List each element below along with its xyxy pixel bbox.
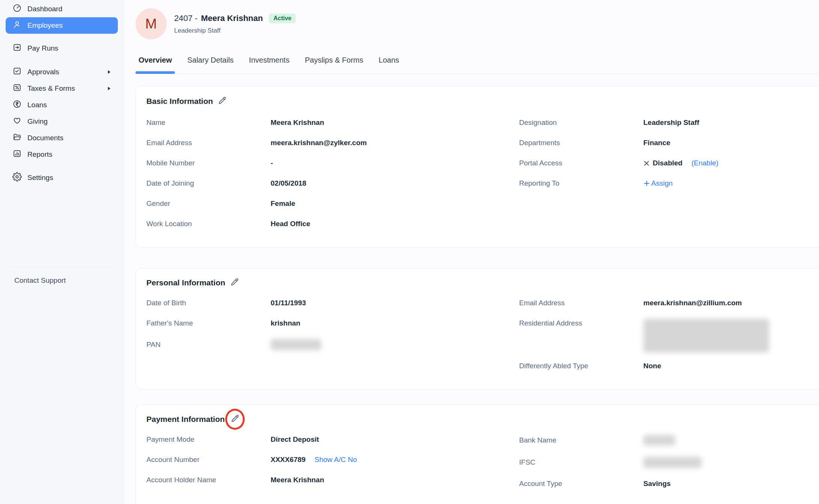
sidebar-item-reports[interactable]: Reports <box>6 146 118 163</box>
redacted-ifsc-value <box>643 457 702 468</box>
field-label: Reporting To <box>519 179 643 188</box>
sidebar-item-loans[interactable]: Loans <box>6 97 118 113</box>
active-tab-underline <box>135 71 175 74</box>
sidebar-item-approvals[interactable]: Approvals <box>6 64 118 80</box>
edit-pencil-icon <box>230 414 240 425</box>
field-value-personal-email: meera.krishnan@zillium.com <box>643 298 742 308</box>
field-label: Account Type <box>519 479 643 488</box>
card-title: Basic Information <box>146 97 213 106</box>
card-title: Personal Information <box>146 278 225 287</box>
sidebar-item-label: Approvals <box>27 68 59 76</box>
sidebar-item-label: Employees <box>27 21 63 30</box>
redacted-address-value <box>643 319 769 352</box>
chevron-right-icon <box>107 86 111 91</box>
sidebar-item-pay-runs[interactable]: Pay Runs <box>6 40 118 57</box>
field-value-email: meera.krishnan@zylker.com <box>271 138 367 147</box>
edit-pencil-icon <box>217 96 227 107</box>
settings-icon <box>12 172 22 183</box>
field-row-residential-address: Residential Address <box>519 319 819 352</box>
sidebar-item-label: Pay Runs <box>27 44 58 52</box>
field-value-departments: Finance <box>643 138 670 147</box>
payment-information-card: Payment Information Payment Mode Direct … <box>135 405 819 504</box>
sidebar-divider <box>11 266 114 267</box>
field-row-account-holder-name: Account Holder Name Meera Krishnan <box>146 476 519 484</box>
field-row-account-number: Account Number XXXX6789 Show A/C No <box>146 455 519 464</box>
sidebar-item-taxes-forms[interactable]: Taxes & Forms <box>6 80 118 97</box>
field-row-email: Email Address meera.krishnan@zylker.com <box>146 138 519 147</box>
show-account-number-link[interactable]: Show A/C No <box>315 455 357 464</box>
sidebar: Dashboard Employees Pay Runs Approvals <box>0 0 124 504</box>
portal-access-status: Disabled <box>653 159 682 168</box>
field-row-departments: Departments Finance <box>519 138 819 147</box>
tab-bar: Overview Salary Details Investments Pays… <box>135 56 819 74</box>
sidebar-item-label: Taxes & Forms <box>27 84 75 93</box>
field-label: Gender <box>146 199 271 208</box>
field-value-date-of-birth: 01/11/1993 <box>271 298 306 308</box>
documents-icon <box>12 132 22 144</box>
field-row-name: Name Meera Krishnan <box>146 118 519 127</box>
reports-icon <box>12 149 22 160</box>
field-label: Payment Mode <box>146 435 271 444</box>
status-badge: Active <box>269 14 296 23</box>
field-label: PAN <box>146 340 271 349</box>
disabled-cross-icon <box>643 160 650 166</box>
approvals-icon <box>12 66 22 78</box>
sidebar-item-giving[interactable]: Giving <box>6 113 118 130</box>
field-value-fathers-name: krishnan <box>271 319 300 328</box>
field-label: Father's Name <box>146 319 271 328</box>
edit-payment-information-button[interactable] <box>230 414 240 424</box>
field-row-pan: PAN <box>146 339 519 350</box>
field-label: Departments <box>519 138 643 147</box>
edit-basic-information-button[interactable] <box>217 96 227 106</box>
redacted-bank-name-value <box>643 435 675 446</box>
avatar: M <box>135 8 167 39</box>
card-title: Payment Information <box>146 415 225 424</box>
personal-information-card: Personal Information Date of Birth 01/11… <box>135 268 819 390</box>
plus-icon <box>643 180 650 187</box>
field-label: Work Location <box>146 219 271 228</box>
field-value-account-holder-name: Meera Krishnan <box>271 476 324 484</box>
tab-overview[interactable]: Overview <box>135 56 175 74</box>
field-row-bank-name: Bank Name <box>519 435 819 446</box>
assign-reporting-to-link[interactable]: Assign <box>651 179 673 188</box>
pay-runs-icon <box>12 43 22 54</box>
field-label: Email Address <box>146 138 271 147</box>
basic-information-card: Basic Information Name Meera Krishnan Em… <box>135 86 819 248</box>
field-label: Portal Access <box>519 159 643 168</box>
tab-loans[interactable]: Loans <box>376 56 402 74</box>
tab-investments[interactable]: Investments <box>246 56 292 74</box>
employee-header: M 2407 - Meera Krishnan Active Leadershi… <box>135 8 819 39</box>
field-value-account-number: XXXX6789 <box>271 455 306 464</box>
field-row-reporting-to: Reporting To Assign <box>519 179 819 188</box>
field-row-payment-mode: Payment Mode Direct Deposit <box>146 435 519 444</box>
field-value-payment-mode: Direct Deposit <box>271 435 319 444</box>
employee-designation: Leadership Staff <box>174 27 296 34</box>
field-value-account-type: Savings <box>643 479 671 488</box>
sidebar-item-employees[interactable]: Employees <box>6 17 118 34</box>
field-value-name: Meera Krishnan <box>271 118 324 127</box>
field-value-designation: Leadership Staff <box>643 118 699 127</box>
contact-support-link[interactable]: Contact Support <box>6 276 118 285</box>
sidebar-item-label: Loans <box>27 101 47 109</box>
sidebar-item-label: Dashboard <box>27 5 62 13</box>
enable-portal-access-link[interactable]: (Enable) <box>691 159 718 168</box>
chevron-right-icon <box>107 70 111 74</box>
tab-payslips-forms[interactable]: Payslips & Forms <box>302 56 366 74</box>
tab-salary-details[interactable]: Salary Details <box>184 56 236 74</box>
sidebar-item-settings[interactable]: Settings <box>6 170 118 186</box>
taxes-forms-icon <box>12 83 22 94</box>
field-label: Name <box>146 118 271 127</box>
edit-personal-information-button[interactable] <box>230 278 239 288</box>
edit-pencil-icon <box>230 277 239 288</box>
sidebar-item-documents[interactable]: Documents <box>6 130 118 146</box>
main-content: M 2407 - Meera Krishnan Active Leadershi… <box>124 0 819 504</box>
field-row-date-of-birth: Date of Birth 01/11/1993 <box>146 298 519 308</box>
dashboard-icon <box>12 3 22 15</box>
sidebar-item-dashboard[interactable]: Dashboard <box>6 1 118 17</box>
field-value-gender: Female <box>271 199 295 208</box>
employee-name: Meera Krishnan <box>201 14 263 23</box>
field-label: Bank Name <box>519 436 643 445</box>
app-root: Dashboard Employees Pay Runs Approvals <box>0 0 819 504</box>
employees-icon <box>12 20 22 31</box>
redacted-pan-value <box>271 339 321 350</box>
